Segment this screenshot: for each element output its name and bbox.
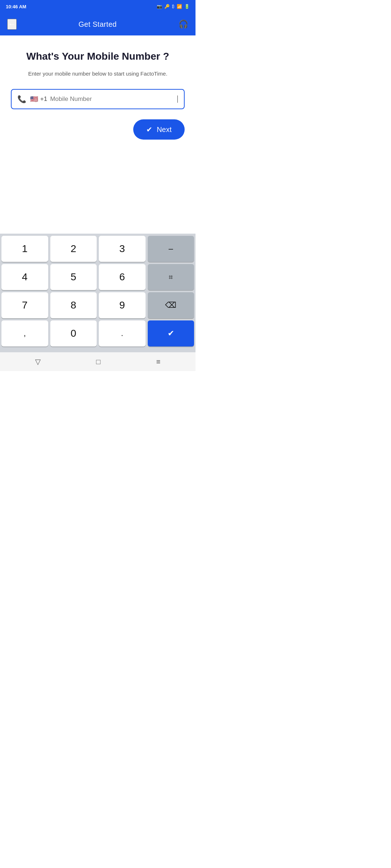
key-comma[interactable]: , xyxy=(1,320,48,346)
key-0[interactable]: 0 xyxy=(50,320,97,346)
numeric-keyboard: 1 2 3 – 4 5 6 ⌗ 7 8 9 ⌫ , 0 . ✔ xyxy=(0,234,196,352)
checkmark-icon: ✔ xyxy=(146,125,152,134)
nav-home-button[interactable]: □ xyxy=(96,358,101,366)
cursor xyxy=(177,95,178,103)
flag-icon: 🇺🇸 xyxy=(30,95,38,103)
mobile-number-input[interactable] xyxy=(50,95,177,103)
nav-menu-button[interactable]: ≡ xyxy=(156,358,160,366)
camera-icon: 📷 xyxy=(157,4,162,9)
status-icons: 📷 🔑 ₿ 📶 🔋 xyxy=(157,4,190,9)
key-3[interactable]: 3 xyxy=(99,236,146,262)
phone-input-container[interactable]: 📞 🇺🇸 +1 xyxy=(11,89,185,109)
keyboard-row-1: 1 2 3 – xyxy=(1,236,194,262)
next-button-wrapper: ✔ Next xyxy=(11,119,185,140)
back-button[interactable]: ← xyxy=(7,19,17,30)
bluetooth-icon: ₿ xyxy=(172,4,175,9)
next-button[interactable]: ✔ Next xyxy=(133,119,185,140)
key-1[interactable]: 1 xyxy=(1,236,48,262)
next-button-label: Next xyxy=(157,125,172,134)
app-header: ← Get Started 🎧 xyxy=(0,13,196,35)
nav-back-button[interactable]: ▽ xyxy=(35,357,41,366)
phone-icon: 📞 xyxy=(17,95,26,103)
main-content: What's Your Mobile Number ? Enter your m… xyxy=(0,35,196,154)
status-time: 10:46 AM xyxy=(6,4,26,9)
battery-icon: 🔋 xyxy=(184,4,190,9)
key-tab[interactable]: ⌗ xyxy=(148,264,194,290)
status-bar: 10:46 AM 📷 🔑 ₿ 📶 🔋 xyxy=(0,0,196,13)
key-9[interactable]: 9 xyxy=(99,292,146,318)
key-confirm[interactable]: ✔ xyxy=(148,320,194,346)
system-nav-bar: ▽ □ ≡ xyxy=(0,352,196,371)
empty-area xyxy=(0,154,196,234)
keyboard-row-2: 4 5 6 ⌗ xyxy=(1,264,194,290)
page-subtitle: Enter your mobile number below to start … xyxy=(11,69,185,78)
key-7[interactable]: 7 xyxy=(1,292,48,318)
key-period[interactable]: . xyxy=(99,320,146,346)
header-title: Get Started xyxy=(79,20,117,29)
page-heading: What's Your Mobile Number ? xyxy=(11,50,185,63)
key-4[interactable]: 4 xyxy=(1,264,48,290)
headset-icon: 🎧 xyxy=(178,20,188,29)
wifi-icon: 📶 xyxy=(177,4,182,9)
key-8[interactable]: 8 xyxy=(50,292,97,318)
country-code: +1 xyxy=(40,95,47,103)
keyboard-row-4: , 0 . ✔ xyxy=(1,320,194,346)
key-backspace[interactable]: ⌫ xyxy=(148,292,194,318)
key-icon: 🔑 xyxy=(164,4,170,9)
key-6[interactable]: 6 xyxy=(99,264,146,290)
key-dash[interactable]: – xyxy=(148,236,194,262)
keyboard-row-3: 7 8 9 ⌫ xyxy=(1,292,194,318)
key-2[interactable]: 2 xyxy=(50,236,97,262)
key-5[interactable]: 5 xyxy=(50,264,97,290)
